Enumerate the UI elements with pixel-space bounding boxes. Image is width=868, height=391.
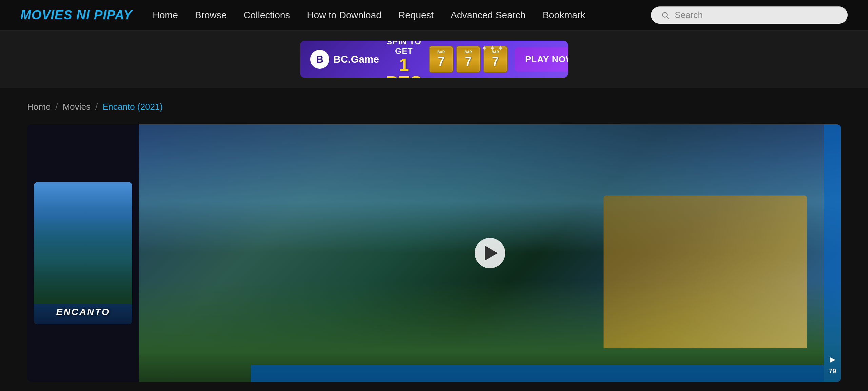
poster-panel: ENCANTO xyxy=(27,124,139,382)
breadcrumb: Home / Movies / Encanto (2021) xyxy=(27,102,841,112)
side-number: 79 xyxy=(829,367,836,375)
nav-collections[interactable]: Collections xyxy=(243,10,290,21)
poster-title: ENCANTO xyxy=(56,307,110,317)
video-bottom-panel xyxy=(251,365,824,382)
ad-text-block: FREE SPIN TO GET 1 BTC xyxy=(386,41,422,78)
ad-free-spin-text: FREE SPIN TO GET xyxy=(386,41,422,56)
movie-section: ENCANTO ▶ 79 xyxy=(27,124,841,382)
breadcrumb-sep-1: / xyxy=(55,102,58,112)
breadcrumb-movies[interactable]: Movies xyxy=(63,102,91,112)
ad-banner-wrap: B BC.Game FREE SPIN TO GET 1 BTC BAR 7 B… xyxy=(0,30,868,88)
breadcrumb-home[interactable]: Home xyxy=(27,102,51,112)
side-arrow-icon: ▶ xyxy=(830,355,835,364)
slot-reel-1: BAR 7 xyxy=(429,46,453,73)
slot-number-1: 7 xyxy=(438,55,445,69)
nav-request[interactable]: Request xyxy=(398,10,434,21)
site-logo[interactable]: Movies Ni Pipay xyxy=(20,8,132,22)
ad-bc-logo: B BC.Game xyxy=(310,50,379,69)
play-icon xyxy=(485,246,498,261)
ad-bc-name: BC.Game xyxy=(333,54,379,65)
video-building xyxy=(604,196,807,348)
search-bar[interactable] xyxy=(651,6,848,24)
breadcrumb-current: Encanto (2021) xyxy=(102,102,163,112)
ad-stars: ✦ ✦ ✦ xyxy=(481,44,504,53)
nav-browse[interactable]: Browse xyxy=(195,10,226,21)
search-input[interactable] xyxy=(675,10,838,20)
breadcrumb-sep-2: / xyxy=(95,102,98,112)
slot-bar-label-1: BAR xyxy=(437,50,445,54)
ad-bc-icon: B xyxy=(310,50,329,69)
side-panel: ▶ 79 xyxy=(824,124,841,382)
nav-how-to-download[interactable]: How to Download xyxy=(307,10,381,21)
ad-banner[interactable]: B BC.Game FREE SPIN TO GET 1 BTC BAR 7 B… xyxy=(300,41,568,78)
slot-reel-2: BAR 7 xyxy=(456,46,480,73)
nav-home[interactable]: Home xyxy=(153,10,178,21)
slot-number-2: 7 xyxy=(465,55,472,69)
nav-bookmark[interactable]: Bookmark xyxy=(542,10,585,21)
ad-play-button[interactable]: PLAY NOW xyxy=(514,47,568,71)
video-panel[interactable]: ▶ 79 xyxy=(139,124,841,382)
content-area: Home / Movies / Encanto (2021) ENCANTO xyxy=(0,88,868,391)
slot-number-3: 7 xyxy=(492,55,499,69)
poster-characters xyxy=(34,216,132,304)
nav-links: Home Browse Collections How to Download … xyxy=(153,10,631,21)
movie-poster: ENCANTO xyxy=(34,182,132,324)
nav-advanced-search[interactable]: Advanced Search xyxy=(451,10,526,21)
slot-bar-label-2: BAR xyxy=(465,50,472,54)
navbar: Movies Ni Pipay Home Browse Collections … xyxy=(0,0,868,30)
play-button[interactable] xyxy=(475,238,505,268)
ad-btc-prize: 1 BTC xyxy=(386,56,422,78)
search-icon xyxy=(660,11,670,20)
